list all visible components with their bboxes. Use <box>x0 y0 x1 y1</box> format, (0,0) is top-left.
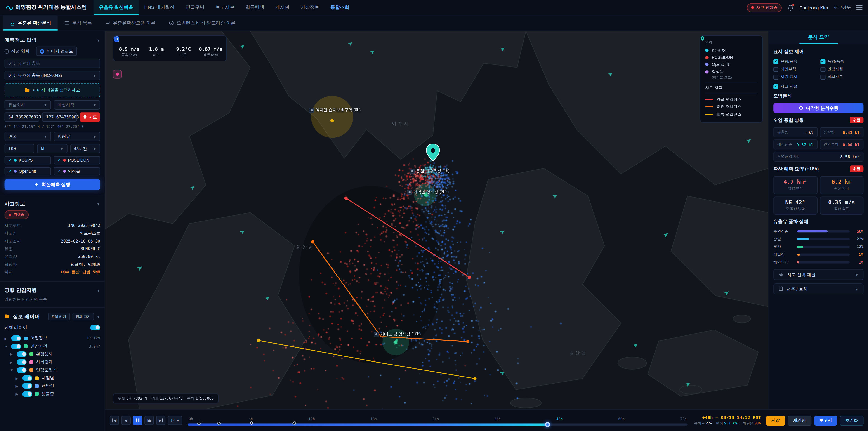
notification-bell-icon[interactable] <box>787 4 794 11</box>
caret-icon[interactable]: ▶ <box>16 376 20 380</box>
map-canvas-area[interactable]: 8.9 m/s풍속 (SW)1.8 m파고9.2°C수온0.67 m/s해류 (… <box>105 31 768 409</box>
tab-2[interactable]: 분석 목록 <box>58 16 98 31</box>
model-chip-kosps[interactable]: ✓KOSPS <box>4 156 51 164</box>
incident-active-badge[interactable]: 사고 진행중 <box>747 3 782 12</box>
input-mode-radio-2[interactable]: 이미지 업로드 <box>36 47 77 56</box>
caret-icon[interactable]: ▶ <box>10 360 14 364</box>
map-marker-2[interactable]: 웅천 해수욕장 (1h) <box>410 168 450 174</box>
nav-item-2[interactable]: HNS·대기확산 <box>139 0 180 15</box>
longitude-input[interactable]: 127.674359903 <box>42 112 77 122</box>
layer-item-5[interactable]: ▼민감도평가 <box>4 366 100 374</box>
emergency-oil-fence[interactable] <box>344 196 471 279</box>
hamburger-menu-icon[interactable] <box>857 5 863 10</box>
slider-handle[interactable] <box>545 422 550 427</box>
layer-toggle[interactable] <box>11 336 21 341</box>
master-layer-toggle[interactable] <box>90 325 100 330</box>
map-marker-3[interactable]: 가막만 양식장 (3h) <box>407 189 447 195</box>
layer-item-4[interactable]: ▶사회경제 <box>4 358 100 366</box>
nav-item-1[interactable]: 유출유 확산예측 <box>93 0 139 15</box>
major-oil-fence[interactable] <box>311 240 469 343</box>
checkbox-icon[interactable] <box>773 59 778 64</box>
model-chip-opendrift[interactable]: ✓OpenDrift <box>4 167 51 176</box>
skip-end-button[interactable]: ▶ <box>156 415 166 425</box>
nav-item-3[interactable]: 긴급구난 <box>180 0 210 15</box>
nav-item-5[interactable]: 항공탐색 <box>240 0 270 15</box>
collapsible-panel-1[interactable]: 사고 선박 제원▼ <box>773 269 864 280</box>
analysis-summary-tab[interactable]: 분석 요약 <box>769 31 868 44</box>
tab-4[interactable]: 오일펜스 배치 알고리즘 이론 <box>162 16 242 31</box>
checkbox-icon[interactable] <box>773 74 778 79</box>
nav-item-4[interactable]: 보고자료 <box>210 0 240 15</box>
layer-item-3[interactable]: ▶환경생태 <box>4 350 100 358</box>
step-back-button[interactable]: ◀ <box>121 415 131 425</box>
map-marker-1[interactable]: 여자만 습지보호구역 (6h) <box>309 107 361 113</box>
input-mode-radio-1[interactable]: 직접 입력 <box>4 47 30 56</box>
checkbox-icon[interactable] <box>773 67 778 72</box>
oil-type-select[interactable]: 벙커유▼ <box>54 132 100 141</box>
latitude-input[interactable]: 34.7392076023 <box>4 112 39 122</box>
재계산-button[interactable]: 재계산 <box>787 415 811 425</box>
collapsible-panel-2[interactable]: 선주 / 보험▼ <box>773 283 864 295</box>
caret-icon[interactable]: ▶ <box>16 392 20 396</box>
slider-track[interactable] <box>188 423 688 426</box>
checkbox-icon[interactable] <box>820 67 825 72</box>
display-check-2[interactable]: 풍향/풍속 <box>820 59 864 64</box>
polygon-analysis-button[interactable]: 다각형 분석수행 <box>773 103 864 113</box>
layer-toggle[interactable] <box>22 391 32 397</box>
checkbox-icon[interactable] <box>820 59 825 64</box>
caret-icon[interactable]: ▶ <box>16 384 20 388</box>
incident-select[interactable]: 여수 유조선 충돌 (INC-0042)▼ <box>4 71 100 80</box>
poi-toggle-button[interactable] <box>113 70 122 79</box>
image-upload-dropzone[interactable]: 이미지 파일을 선택하세요 <box>4 83 100 97</box>
layer-item-2[interactable]: ▼민감자원3,947 <box>4 342 100 350</box>
layers-all-on-button[interactable]: 전체 켜기 <box>48 313 69 320</box>
time-slider[interactable]: 0h6h12h18h24h36h48h60h72h <box>188 415 688 426</box>
display-check-3[interactable]: 해안부착 <box>773 66 817 72</box>
company-select[interactable]: 유출회사▼ <box>4 100 51 110</box>
sensitive-section-header[interactable]: 영향 민감자원▼ <box>4 287 100 294</box>
layer-toggle[interactable] <box>17 367 26 373</box>
accident-point-pin[interactable] <box>426 144 440 161</box>
skip-start-button[interactable]: ◀ <box>110 415 119 425</box>
tab-3[interactable]: 유출유확산모델 이론 <box>98 16 162 31</box>
layer-toggle[interactable] <box>17 351 26 357</box>
incident-name-input[interactable]: 여수 유조선 충돌 <box>4 59 100 68</box>
layer-item-1[interactable]: ▶어장정보17,129 <box>4 334 100 342</box>
pause-button[interactable] <box>133 415 143 425</box>
amount-input[interactable]: 100 <box>4 144 35 153</box>
tab-1[interactable]: 유출유 확산분석 <box>3 16 58 31</box>
layer-item-7[interactable]: ▶해안선 <box>4 382 100 390</box>
nav-item-6[interactable]: 게시판 <box>270 0 295 15</box>
nav-item-8[interactable]: 통합조회 <box>325 0 355 15</box>
predict-section-header[interactable]: 예측정보 입력▼ <box>4 37 100 44</box>
layer-toggle[interactable] <box>22 383 32 389</box>
logout-button[interactable]: 로그아웃 <box>834 4 851 11</box>
speed-select[interactable]: 1×▼ <box>168 415 182 425</box>
layers-section-header[interactable]: 정보 레이어 전체 켜기 전체 끄기 ▼ <box>4 313 100 320</box>
layer-toggle[interactable] <box>11 343 21 349</box>
layers-all-off-button[interactable]: 전체 끄기 <box>72 313 94 320</box>
layer-item-8[interactable]: ▶생물종 <box>4 390 100 398</box>
caret-icon[interactable]: ▼ <box>10 368 14 372</box>
caret-icon[interactable]: ▼ <box>4 344 8 348</box>
보고서-button[interactable]: 보고서 <box>814 415 837 425</box>
accident-point-checkbox[interactable]: 사고 지점 <box>773 84 864 89</box>
map-marker-4[interactable]: 화태도 김 양식장 (10h) <box>374 332 421 337</box>
model-chip-poseidon[interactable]: ✓POSEIDON <box>54 156 100 164</box>
incident-section-header[interactable]: 사고정보▼ <box>4 201 100 208</box>
duration-select[interactable]: 48시간▼ <box>70 144 100 153</box>
저장-button[interactable]: 저장 <box>766 415 785 425</box>
time-select[interactable]: 예상시각▼ <box>54 100 100 110</box>
caret-icon[interactable]: ▶ <box>4 336 8 340</box>
checkbox-icon[interactable] <box>820 74 825 79</box>
layer-toggle[interactable] <box>17 359 26 365</box>
display-check-6[interactable]: 날씨차트 <box>820 74 864 80</box>
display-check-5[interactable]: 시간 표시 <box>773 74 817 80</box>
nav-item-7[interactable]: 기상정보 <box>295 0 325 15</box>
layer-item-6[interactable]: ▶계절별 <box>4 374 100 382</box>
display-check-1[interactable]: 유향/유속 <box>773 59 817 64</box>
normal-oil-fence[interactable] <box>257 339 476 380</box>
fast-forward-button[interactable]: ▶▶ <box>145 415 154 425</box>
caret-icon[interactable]: ▶ <box>10 352 14 356</box>
run-prediction-button[interactable]: 확산예측 실행 <box>4 179 100 190</box>
